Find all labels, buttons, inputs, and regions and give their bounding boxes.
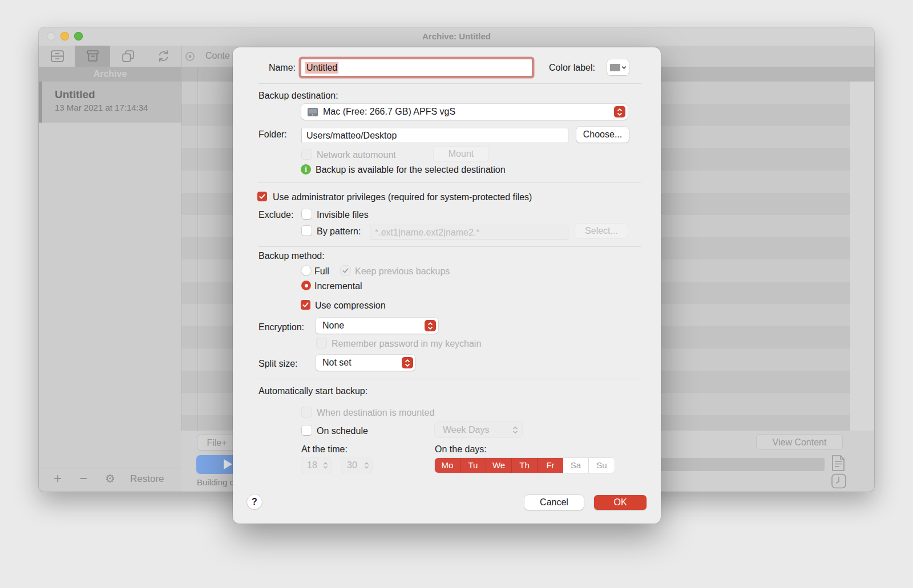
encryption-select[interactable]: None xyxy=(316,318,438,334)
stepper-icon xyxy=(364,461,369,469)
use-compression-checkbox[interactable] xyxy=(301,300,310,310)
incremental-radio[interactable] xyxy=(301,281,311,290)
target-icon xyxy=(185,51,195,62)
stepper-icon xyxy=(323,461,328,469)
remember-password-label: Remember password in my keychain xyxy=(332,339,481,349)
day-th-segment[interactable]: Th xyxy=(512,458,538,473)
invisible-files-checkbox[interactable] xyxy=(302,209,312,219)
remember-password-checkbox xyxy=(317,338,326,348)
tab-drawer[interactable] xyxy=(39,46,75,67)
day-sa-segment[interactable]: Sa xyxy=(563,458,589,473)
day-we-segment[interactable]: We xyxy=(486,458,512,473)
name-label: Name: xyxy=(244,63,296,73)
restore-button[interactable]: Restore xyxy=(130,473,164,485)
by-pattern-checkbox[interactable] xyxy=(302,226,312,236)
stepper-icon xyxy=(402,357,413,368)
availability-message: Backup is available for the selected des… xyxy=(316,165,506,175)
auto-start-label: Automatically start backup: xyxy=(258,386,367,396)
stepper-icon xyxy=(425,320,436,331)
sidebar-list xyxy=(39,123,181,468)
archive-item-title: Untitled xyxy=(55,88,95,101)
clock-icon[interactable] xyxy=(831,473,847,489)
cancel-button[interactable]: Cancel xyxy=(524,495,584,510)
stepper-icon xyxy=(512,425,518,434)
on-schedule-label: On schedule xyxy=(317,426,368,436)
at-time-label: At the time: xyxy=(301,444,348,455)
split-size-value: Not set xyxy=(322,358,352,368)
when-mounted-label: When destination is mounted xyxy=(317,408,434,418)
destination-select[interactable]: Mac (Free: 266.7 GB) APFS vgS xyxy=(301,104,628,120)
name-value: Untitled xyxy=(305,62,338,74)
color-label: Color label: xyxy=(549,63,595,73)
sidebar-item-untitled[interactable]: Untitled 13 Mar 2021 at 17:14:34 xyxy=(39,82,181,123)
hour-stepper: 18 xyxy=(301,457,331,473)
name-input[interactable]: Untitled xyxy=(301,59,532,76)
scrollbar-gutter[interactable] xyxy=(850,82,874,431)
file-plus-button[interactable]: File+ xyxy=(197,435,237,451)
archive-settings-dialog: Name: Untitled Color label: Backup desti… xyxy=(233,47,661,524)
hour-value: 18 xyxy=(307,460,317,471)
stepper-icon xyxy=(614,106,625,117)
chevron-down-icon xyxy=(621,66,627,70)
duplicate-icon xyxy=(120,48,136,64)
column-divider xyxy=(197,67,198,431)
select-button: Select... xyxy=(575,224,628,238)
full-label: Full xyxy=(314,266,329,277)
color-swatch xyxy=(610,64,620,71)
archive-box-icon xyxy=(85,48,100,64)
folder-input[interactable]: Users/matteo/Desktop xyxy=(301,128,568,143)
admin-privileges-label: Use administrator privileges (required f… xyxy=(273,192,532,202)
check-icon xyxy=(259,194,265,199)
divider xyxy=(258,246,641,247)
divider xyxy=(258,183,641,183)
admin-privileges-checkbox[interactable] xyxy=(257,192,267,201)
when-mounted-checkbox xyxy=(302,407,312,417)
drawer-icon xyxy=(50,48,65,64)
mount-button: Mount xyxy=(434,147,488,161)
sidebar-footer: + − ⚙ Restore xyxy=(39,468,181,492)
day-fr-segment[interactable]: Fr xyxy=(538,458,563,473)
keep-previous-checkbox xyxy=(341,266,350,275)
pattern-input: *.ext1|name.ext2|name2.* xyxy=(370,225,568,240)
divider xyxy=(258,83,641,84)
tab-sync[interactable] xyxy=(146,46,181,67)
divider xyxy=(258,379,641,379)
split-size-select[interactable]: Not set xyxy=(316,355,415,371)
tab-archive[interactable] xyxy=(75,46,110,67)
view-content-button[interactable]: View Content xyxy=(756,434,843,450)
help-button[interactable]: ? xyxy=(247,494,262,509)
document-icon[interactable] xyxy=(830,455,846,472)
ok-button[interactable]: OK xyxy=(594,495,647,510)
encryption-value: None xyxy=(322,321,344,331)
remove-button[interactable]: − xyxy=(79,471,87,486)
status-text: Building o xyxy=(197,477,233,487)
minute-stepper: 30 xyxy=(341,457,372,473)
gear-icon[interactable]: ⚙ xyxy=(105,472,115,485)
screen: Archive: Untitled Conte Archive D xyxy=(0,0,913,588)
add-button[interactable]: + xyxy=(54,471,62,486)
choose-button[interactable]: Choose... xyxy=(576,127,629,143)
full-radio[interactable] xyxy=(301,266,311,275)
check-icon xyxy=(302,302,309,307)
day-tu-segment[interactable]: Tu xyxy=(460,458,486,473)
sync-icon xyxy=(156,48,171,64)
keep-previous-label: Keep previous backups xyxy=(355,266,450,277)
tab-duplicate[interactable] xyxy=(110,46,146,67)
use-compression-label: Use compression xyxy=(315,301,386,311)
day-su-segment[interactable]: Su xyxy=(589,458,615,473)
by-pattern-label: By pattern: xyxy=(317,226,361,237)
disk-icon xyxy=(307,107,318,117)
column-header-content[interactable]: Conte xyxy=(205,51,230,61)
sidebar-header: Archive xyxy=(39,67,181,82)
folder-label: Folder: xyxy=(258,129,287,140)
check-icon xyxy=(342,268,349,273)
info-icon: i xyxy=(301,164,311,175)
on-schedule-checkbox[interactable] xyxy=(302,425,312,435)
network-automount-label: Network automount xyxy=(317,150,396,160)
color-label-select[interactable] xyxy=(607,59,629,75)
encryption-label: Encryption: xyxy=(258,322,304,332)
invisible-files-label: Invisible files xyxy=(317,210,369,220)
incremental-label: Incremental xyxy=(314,281,362,291)
day-mo-segment[interactable]: Mo xyxy=(435,458,460,473)
exclude-label: Exclude: xyxy=(258,210,293,220)
